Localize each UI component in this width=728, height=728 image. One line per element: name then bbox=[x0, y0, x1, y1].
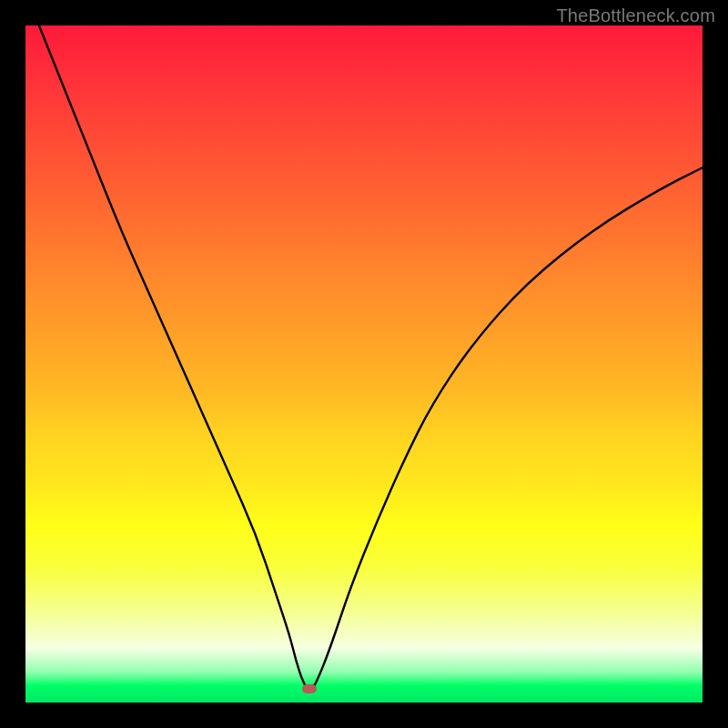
chart-frame: TheBottleneck.com bbox=[0, 0, 728, 728]
optimum-marker bbox=[302, 684, 317, 693]
watermark-text: TheBottleneck.com bbox=[556, 5, 715, 26]
bottleneck-curve bbox=[25, 25, 703, 703]
plot-area bbox=[25, 25, 703, 703]
curve-path bbox=[39, 25, 703, 690]
